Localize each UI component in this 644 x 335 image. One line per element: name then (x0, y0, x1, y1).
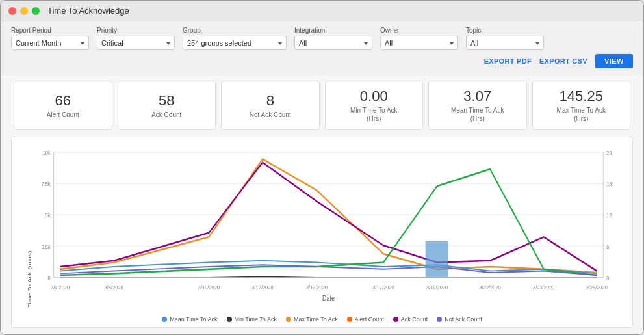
alert-count-value: 66 (55, 92, 71, 109)
mean-time-label: Mean Time To Ack(Hrs) (451, 106, 504, 123)
svg-text:12: 12 (606, 212, 612, 219)
svg-rect-28 (426, 241, 448, 278)
integration-select[interactable]: All (294, 36, 372, 50)
legend-max-time-label: Max Time To Ack (294, 316, 338, 323)
svg-text:6: 6 (606, 243, 609, 250)
export-pdf-button[interactable]: EXPORT PDF (484, 57, 532, 65)
chart-container: 10k 7.5k 5k 2.5k 0 24 18 12 6 0 3/4/2020… (18, 144, 626, 314)
legend-min-time-label: Min Time To Ack (235, 316, 277, 323)
legend-max-time: Max Time To Ack (286, 316, 338, 323)
close-button[interactable] (8, 7, 16, 15)
metric-not-ack-count: 8 Not Ack Count (221, 81, 320, 130)
metric-alert-count: 66 Alert Count (14, 81, 112, 130)
topic-label: Topic (466, 27, 544, 34)
svg-text:3/12/2020: 3/12/2020 (251, 284, 273, 291)
svg-text:10k: 10k (43, 149, 51, 156)
content-area: Report Period Current Month Priority Cri… (1, 21, 643, 334)
svg-text:0: 0 (606, 275, 609, 282)
svg-text:3/4/2020: 3/4/2020 (51, 284, 70, 291)
window-title: Time To Acknowledge (47, 6, 129, 16)
group-label: Group (183, 27, 287, 34)
legend-ack-count: Ack Count (393, 316, 428, 323)
filter-group: Group 254 groups selected (183, 27, 287, 50)
svg-text:3/13/2020: 3/13/2020 (306, 284, 328, 291)
ack-count-value: 58 (159, 92, 174, 109)
filter-priority: Priority Critical (97, 27, 175, 50)
min-time-label: Min Time To Ack(Hrs) (350, 106, 398, 123)
legend-min-time: Min Time To Ack (227, 316, 277, 323)
svg-text:2.5k: 2.5k (42, 243, 51, 250)
filter-report-period: Report Period Current Month (11, 27, 89, 50)
min-time-value: 0.00 (360, 88, 388, 105)
not-ack-count-label: Not Ack Count (250, 111, 291, 119)
metric-min-time: 0.00 Min Time To Ack(Hrs) (325, 81, 424, 130)
traffic-lights (8, 7, 40, 15)
svg-text:3/17/2020: 3/17/2020 (372, 284, 394, 291)
main-window: Time To Acknowledge Report Period Curren… (0, 0, 644, 335)
metric-ack-count: 58 Ack Count (118, 81, 216, 130)
priority-label: Priority (97, 27, 175, 34)
legend-max-time-icon (286, 317, 291, 322)
actions-row: EXPORT PDF EXPORT CSV VIEW (11, 54, 633, 68)
legend-min-time-icon (227, 317, 232, 322)
svg-text:7.5k: 7.5k (42, 181, 51, 188)
svg-text:5k: 5k (45, 212, 51, 219)
svg-text:Time To Ack (mins): Time To Ack (mins) (27, 251, 32, 308)
legend-not-ack-count-label: Not Ack Count (444, 316, 482, 323)
svg-text:3/22/2020: 3/22/2020 (480, 284, 501, 291)
metric-max-time: 145.25 Max Time To Ack(Hrs) (532, 81, 631, 130)
owner-label: Owner (380, 27, 458, 34)
legend-ack-count-label: Ack Count (401, 316, 428, 323)
alert-count-label: Alert Count (47, 111, 79, 119)
title-bar: Time To Acknowledge (1, 1, 643, 21)
topic-select[interactable]: All (466, 36, 544, 50)
legend-not-ack-count: Not Ack Count (437, 316, 482, 323)
max-time-value: 145.25 (560, 88, 603, 105)
ack-count-label: Ack Count (151, 111, 181, 119)
integration-label: Integration (294, 27, 372, 34)
owner-select[interactable]: All (380, 36, 458, 50)
svg-text:3/19/2020: 3/19/2020 (426, 284, 448, 291)
svg-text:3/25/2020: 3/25/2020 (586, 284, 608, 291)
priority-select[interactable]: Critical (97, 36, 175, 50)
report-period-label: Report Period (11, 27, 89, 34)
legend-mean-time-label: Mean Time To Ack (170, 316, 217, 323)
report-period-select[interactable]: Current Month (11, 36, 89, 50)
filter-owner: Owner All (380, 27, 458, 50)
maximize-button[interactable] (32, 7, 40, 15)
legend-alert-count: Alert Count (347, 316, 384, 323)
group-select[interactable]: 254 groups selected (183, 36, 287, 50)
chart-area: 10k 7.5k 5k 2.5k 0 24 18 12 6 0 3/4/2020… (11, 137, 633, 328)
filter-row: Report Period Current Month Priority Cri… (11, 27, 633, 50)
legend-not-ack-count-icon (437, 317, 442, 322)
svg-text:3/10/2020: 3/10/2020 (198, 284, 220, 291)
mean-time-value: 3.07 (463, 88, 491, 105)
metric-mean-time: 3.07 Mean Time To Ack(Hrs) (428, 81, 527, 130)
export-csv-button[interactable]: EXPORT CSV (539, 57, 587, 65)
legend-alert-count-icon (347, 317, 352, 322)
toolbar: Report Period Current Month Priority Cri… (1, 21, 643, 74)
max-time-label: Max Time To Ack(Hrs) (557, 106, 606, 123)
metrics-row: 66 Alert Count 58 Ack Count 8 Not Ack Co… (1, 74, 643, 137)
svg-text:Date: Date (322, 294, 335, 302)
legend-mean-time-icon (162, 317, 167, 322)
svg-text:3/23/2020: 3/23/2020 (533, 284, 554, 291)
minimize-button[interactable] (20, 7, 28, 15)
svg-text:3/5/2020: 3/5/2020 (105, 284, 123, 291)
chart-legend: Mean Time To Ack Min Time To Ack Max Tim… (18, 314, 626, 324)
view-button[interactable]: VIEW (595, 54, 633, 68)
legend-ack-count-icon (393, 317, 398, 322)
svg-text:24: 24 (606, 149, 612, 156)
svg-text:0: 0 (48, 275, 51, 282)
svg-text:18: 18 (606, 181, 612, 188)
filter-integration: Integration All (294, 27, 372, 50)
legend-alert-count-label: Alert Count (355, 316, 384, 323)
not-ack-count-value: 8 (266, 92, 274, 109)
filter-topic: Topic All (466, 27, 544, 50)
legend-mean-time: Mean Time To Ack (162, 316, 217, 323)
chart-svg: 10k 7.5k 5k 2.5k 0 24 18 12 6 0 3/4/2020… (18, 144, 626, 314)
